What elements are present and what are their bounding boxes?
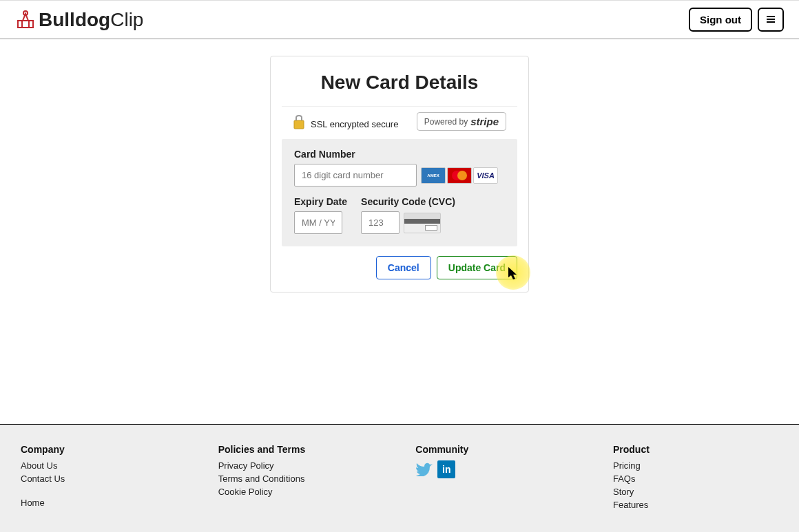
footer-privacy-link[interactable]: Privacy Policy	[218, 460, 411, 471]
menu-button[interactable]	[758, 8, 784, 32]
footer-cookie-link[interactable]: Cookie Policy	[218, 487, 411, 497]
footer-policies-heading: Policies and Terms	[218, 444, 411, 455]
menu-icon	[766, 15, 776, 23]
footer-terms-link[interactable]: Terms and Conditions	[218, 474, 411, 484]
footer-community: Community in	[415, 444, 608, 513]
main-content: New Card Details SSL encrypted secure Po…	[0, 39, 799, 309]
mastercard-icon	[447, 167, 472, 184]
sign-out-button[interactable]: Sign out	[689, 8, 752, 32]
svg-rect-7	[294, 120, 304, 129]
bulldog-clip-icon	[15, 10, 36, 30]
svg-rect-0	[18, 21, 33, 28]
footer: Company About Us Contact Us Home Policie…	[0, 424, 799, 532]
card-number-input[interactable]	[294, 164, 417, 187]
stripe-badge: Powered by stripe	[417, 112, 506, 131]
expiry-label: Expiry Date	[294, 196, 347, 207]
twitter-icon[interactable]	[415, 460, 433, 478]
footer-pricing-link[interactable]: Pricing	[613, 460, 778, 471]
stripe-prefix: Powered by	[424, 117, 468, 127]
card-number-label: Card Number	[294, 149, 505, 160]
footer-home-link[interactable]: Home	[21, 498, 214, 508]
card-details-panel: New Card Details SSL encrypted secure Po…	[270, 56, 529, 292]
footer-company-heading: Company	[21, 444, 214, 455]
cvc-label: Security Code (CVC)	[361, 196, 505, 207]
visa-icon: VISA	[473, 167, 498, 184]
social-icons: in	[415, 460, 608, 478]
footer-policies: Policies and Terms Privacy Policy Terms …	[218, 444, 411, 513]
cancel-button[interactable]: Cancel	[376, 256, 431, 279]
footer-product-heading: Product	[613, 444, 778, 455]
expiry-input[interactable]	[294, 211, 342, 234]
expiry-cvc-row: Expiry Date Security Code (CVC)	[294, 196, 505, 234]
page-title: New Card Details	[271, 56, 528, 106]
security-row: SSL encrypted secure Powered by stripe	[282, 106, 517, 139]
linkedin-icon[interactable]: in	[437, 460, 455, 478]
logo[interactable]: BulldogClip	[15, 9, 143, 31]
footer-contact-link[interactable]: Contact Us	[21, 474, 214, 484]
footer-product: Product Pricing FAQs Story Features	[613, 444, 778, 513]
stripe-logo: stripe	[470, 116, 499, 127]
update-card-button[interactable]: Update Card	[437, 256, 517, 279]
ssl-text: SSL encrypted secure	[311, 119, 398, 129]
footer-community-heading: Community	[415, 444, 608, 455]
card-brand-logos: AMEX VISA	[421, 167, 498, 184]
footer-about-link[interactable]: About Us	[21, 460, 214, 471]
action-buttons: Cancel Update Card	[271, 246, 528, 292]
header: BulldogClip Sign out	[0, 0, 799, 39]
footer-faqs-link[interactable]: FAQs	[613, 474, 778, 484]
ssl-notice: SSL encrypted secure	[293, 114, 398, 129]
footer-story-link[interactable]: Story	[613, 487, 778, 497]
card-number-row: AMEX VISA	[294, 164, 505, 187]
cvc-hint-icon	[404, 213, 441, 233]
header-buttons: Sign out	[689, 8, 784, 32]
cvc-input[interactable]	[361, 211, 400, 234]
form-panel: Card Number AMEX VISA Expiry Date Secu	[282, 139, 517, 246]
amex-icon: AMEX	[421, 167, 446, 184]
footer-company: Company About Us Contact Us Home	[21, 444, 214, 513]
lock-icon	[293, 114, 305, 129]
footer-features-link[interactable]: Features	[613, 500, 778, 510]
logo-text: BulldogClip	[39, 9, 143, 31]
